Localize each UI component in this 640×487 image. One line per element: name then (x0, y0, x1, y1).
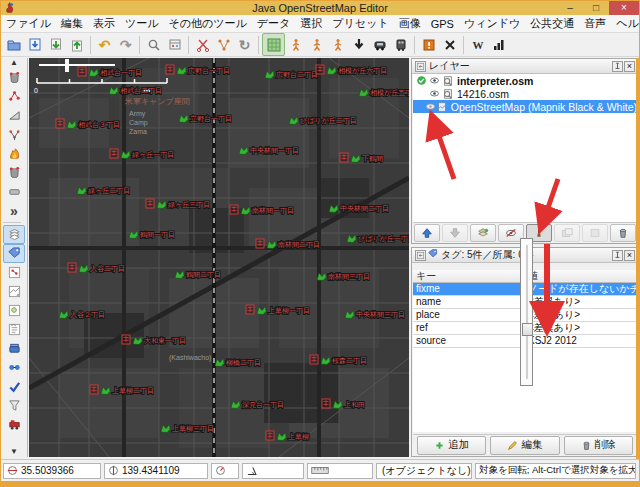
selection-panel-toggle[interactable] (3, 301, 25, 320)
validation-warning-button[interactable] (418, 34, 439, 55)
refresh-button[interactable]: ↻ (234, 34, 255, 55)
menu-item-12[interactable]: 音声 (579, 16, 611, 31)
gpx-purge-tool[interactable] (3, 163, 25, 182)
zoom-search-button[interactable] (143, 34, 164, 55)
layer-row-2[interactable]: OpenStreetMap (Mapnik Black & White) (413, 100, 637, 113)
maximize-button[interactable]: □ (583, 1, 609, 15)
delete-layer-button[interactable] (610, 224, 636, 242)
preferences-button[interactable] (164, 34, 185, 55)
tags-panel-toggle[interactable] (3, 244, 25, 263)
upload-data-button[interactable] (66, 34, 87, 55)
car-icon-icon (373, 38, 387, 52)
map-view[interactable]: 0 738.6 m 米軍キャンプ座間 Army Camp Zama (Kashi… (29, 58, 409, 457)
layer-row-0[interactable]: interpreter.osm (413, 74, 637, 87)
wikipedia-button[interactable]: W (467, 34, 488, 55)
tools-scroll-up-icon[interactable]: ▲ (10, 58, 18, 68)
map-marker[interactable]: 下鶴間 (340, 153, 383, 163)
layers-pin-icon[interactable] (612, 61, 623, 72)
validator-panel-toggle[interactable] (3, 377, 25, 396)
edit-tag-button-label: 編集 (521, 438, 542, 452)
menu-item-8[interactable]: 画像 (394, 16, 426, 31)
merge-ways-tool-button[interactable] (192, 34, 213, 55)
download-along-button[interactable] (348, 34, 369, 55)
menu-item-11[interactable]: 公共交通 (525, 16, 579, 31)
map-marker[interactable]: 上和田 (322, 399, 365, 409)
tags-close-icon[interactable]: × (624, 250, 635, 261)
map-marker-label: ひばりが丘二丁目 (300, 117, 357, 125)
imagery-style-button[interactable] (262, 33, 285, 56)
map-marker-label: 上草柳三丁目 (172, 425, 214, 433)
redo-button[interactable]: ↷ (115, 34, 136, 55)
map-marker-label: 相武台二丁目 (120, 87, 162, 95)
new-layer-button[interactable] (3, 34, 24, 55)
filter-panel-toggle[interactable] (3, 396, 25, 415)
menu-item-2[interactable]: 表示 (88, 16, 120, 31)
relations-panel-toggle[interactable] (3, 263, 25, 282)
menu-item-1[interactable]: 編集 (56, 16, 88, 31)
download-data-button[interactable] (45, 34, 66, 55)
merge-layers-button[interactable] (470, 224, 496, 242)
layer-type-icon (441, 75, 454, 87)
transit-icon-button[interactable] (390, 34, 411, 55)
layer-visibility-eye-icon[interactable] (428, 75, 441, 86)
map-marker-label: 相模が丘五丁目 (370, 89, 409, 97)
new-blank-layer-button[interactable] (582, 224, 608, 242)
merge-ways-tool-icon (196, 38, 210, 52)
layers-panel-toggle[interactable] (3, 225, 25, 244)
purge-tool[interactable] (3, 68, 25, 87)
menu-item-4[interactable]: その他のツール (164, 16, 252, 31)
menu-item-13[interactable]: ヘルプ (611, 16, 640, 31)
duplicate-layer-button[interactable] (554, 224, 580, 242)
delete-tag-button[interactable]: 削除 (564, 436, 633, 455)
changeset-panel-toggle[interactable] (3, 415, 25, 434)
title-bar[interactable]: Java OpenStreetMap Editor – □ × (1, 1, 639, 15)
walking-figure-tool-2-button[interactable] (306, 34, 327, 55)
add-tag-button[interactable]: 追加 (417, 436, 486, 455)
map-marker[interactable]: 上草柳 (266, 431, 309, 441)
delete-mode-button[interactable] (439, 34, 460, 55)
menu-item-3[interactable]: ツール (120, 16, 164, 31)
tools-scroll-down-icon[interactable]: ▼ (10, 447, 18, 457)
move-layer-down-button[interactable] (442, 224, 468, 242)
download-panel-toggle[interactable] (3, 339, 25, 358)
menu-item-5[interactable]: データ (252, 16, 296, 31)
eraser-tool[interactable] (3, 182, 25, 201)
tags-pin-icon[interactable] (612, 250, 623, 261)
menu-item-0[interactable]: ファイル (1, 16, 56, 31)
minimize-button[interactable]: – (557, 1, 583, 15)
layer-visibility-eye-icon[interactable] (428, 88, 441, 99)
map-marker[interactable]: ひばりが丘二丁目 (289, 117, 357, 126)
improve-accuracy-tool[interactable] (3, 125, 25, 144)
more-tools[interactable]: » (3, 201, 25, 220)
save-button[interactable] (24, 34, 45, 55)
layer-visibility-eye-icon[interactable] (425, 101, 436, 112)
split-way-tool-button[interactable] (213, 34, 234, 55)
car-icon-button[interactable] (369, 34, 390, 55)
menu-item-9[interactable]: GPS (426, 18, 459, 30)
menu-item-7[interactable]: プリセット (327, 16, 393, 31)
measurement-chart-button[interactable] (488, 34, 509, 55)
toolbar-separator (188, 36, 189, 54)
conflicts-panel-toggle[interactable] (3, 358, 25, 377)
walking-figure-tool-3-button[interactable] (327, 34, 348, 55)
edit-tag-button[interactable]: 編集 (490, 436, 559, 455)
close-button[interactable]: × (609, 1, 639, 15)
menu-item-10[interactable]: ウィンドウ (459, 16, 525, 31)
menu-item-6[interactable]: 選択 (295, 16, 327, 31)
command-stack-panel-toggle[interactable] (3, 320, 25, 339)
draw-way-tool[interactable] (3, 87, 25, 106)
minimap-panel-toggle[interactable] (3, 282, 25, 301)
opacity-slider-handle[interactable] (522, 323, 533, 336)
angle-measure-tool[interactable] (3, 106, 25, 125)
walking-figure-tool-button[interactable] (285, 34, 306, 55)
layer-row-1[interactable]: 14216.osm (413, 87, 637, 100)
terrain-flame-tool[interactable] (3, 144, 25, 163)
undo-button[interactable]: ↶ (94, 34, 115, 55)
zoom-search-icon (147, 38, 161, 52)
tags-dock-icon[interactable] (415, 250, 426, 261)
layers-dock-icon[interactable] (415, 61, 426, 72)
layers-close-icon[interactable]: × (624, 61, 635, 72)
layer-opacity-slider[interactable] (520, 238, 533, 386)
map-marker-label: 鶴間二丁目 (186, 271, 221, 279)
move-layer-up-button[interactable] (414, 224, 440, 242)
